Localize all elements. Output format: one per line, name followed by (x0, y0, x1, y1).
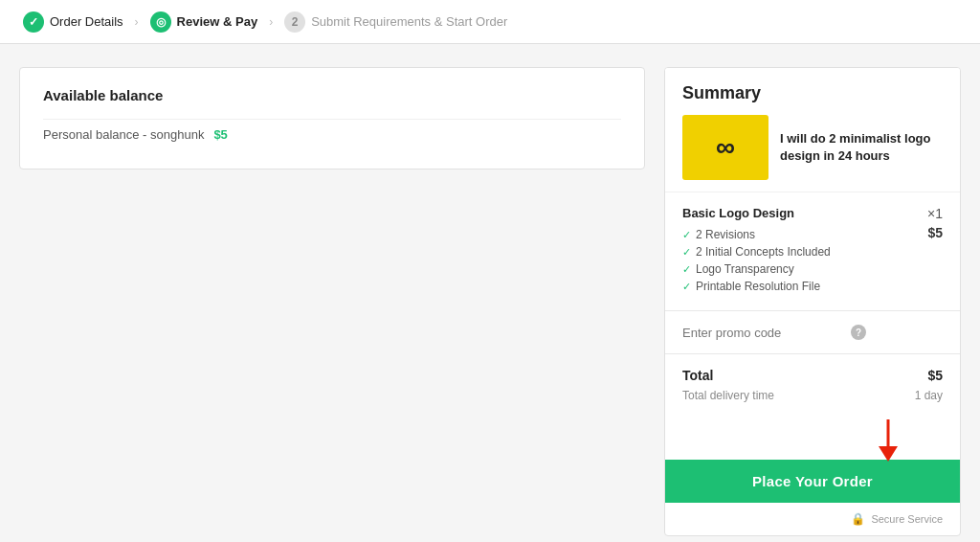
check-icon-3: ✓ (682, 263, 691, 276)
red-arrow-icon (869, 418, 907, 463)
step-order-details[interactable]: ✓ Order Details (23, 11, 123, 33)
delivery-label: Total delivery time (682, 389, 774, 402)
chevron-icon-2: › (269, 15, 273, 29)
gig-thumbnail: ∞ (682, 115, 768, 180)
right-panel: Summary ∞ I will do 2 minimalist logo de… (664, 67, 961, 536)
promo-code-input[interactable] (682, 326, 843, 340)
balance-amount: $5 (213, 127, 227, 142)
total-label: Total (682, 368, 713, 383)
summary-header: Summary ∞ I will do 2 minimalist logo de… (665, 68, 960, 192)
feature-revisions: ✓ 2 Revisions (682, 228, 885, 241)
svg-marker-1 (879, 446, 898, 462)
package-section: Basic Logo Design ✓ 2 Revisions ✓ 2 Init… (665, 192, 960, 311)
feature-transparency: ✓ Logo Transparency (682, 262, 885, 276)
check-icon-2: ✓ (682, 246, 691, 259)
package-price: $5 (927, 225, 943, 240)
security-note: 🔒 Secure Service (665, 503, 960, 535)
infinity-icon: ∞ (716, 132, 735, 163)
feature-concepts: ✓ 2 Initial Concepts Included (682, 245, 885, 259)
step-pending-icon: 2 (284, 11, 305, 33)
order-action-area: Place Your Order (665, 418, 960, 503)
step-submit-label: Submit Requirements & Start Order (311, 14, 507, 29)
delivery-row: Total delivery time 1 day (682, 389, 943, 402)
step-order-details-label: Order Details (50, 14, 123, 29)
feature-resolution: ✓ Printable Resolution File (682, 280, 885, 293)
personal-balance-label: Personal balance - songhunk (43, 127, 204, 142)
package-right-col: ×1 $5 (885, 206, 943, 240)
feature-revisions-label: 2 Revisions (696, 228, 755, 241)
gig-title: I will do 2 minimalist logo design in 24… (780, 130, 943, 165)
summary-title: Summary (682, 83, 943, 103)
chevron-icon-1: › (135, 15, 139, 29)
summary-card: Summary ∞ I will do 2 minimalist logo de… (664, 67, 961, 536)
check-icon-4: ✓ (682, 281, 691, 293)
step-active-icon: ◎ (150, 11, 171, 33)
left-panel: Available balance Personal balance - son… (19, 67, 645, 536)
check-icon-1: ✓ (682, 229, 691, 241)
place-order-button[interactable]: Place Your Order (665, 460, 960, 503)
gig-preview: ∞ I will do 2 minimalist logo design in … (682, 115, 943, 180)
feature-resolution-label: Printable Resolution File (696, 280, 820, 293)
package-name: Basic Logo Design (682, 206, 885, 220)
step-submit-requirements: 2 Submit Requirements & Start Order (284, 11, 507, 33)
total-section: Total $5 Total delivery time 1 day (665, 354, 960, 418)
available-balance-card: Available balance Personal balance - son… (19, 67, 645, 169)
package-row: Basic Logo Design ✓ 2 Revisions ✓ 2 Init… (682, 206, 943, 297)
total-amount: $5 (927, 368, 943, 383)
security-text: Secure Service (871, 513, 943, 525)
promo-help-icon[interactable]: ? (851, 325, 866, 340)
promo-section[interactable]: ? (665, 311, 960, 354)
arrow-area (665, 425, 960, 460)
package-quantity: ×1 (927, 206, 943, 221)
balance-row: Personal balance - songhunk $5 (43, 119, 621, 149)
delivery-value: 1 day (915, 389, 943, 402)
feature-concepts-label: 2 Initial Concepts Included (696, 245, 831, 259)
breadcrumb: ✓ Order Details › ◎ Review & Pay › 2 Sub… (0, 0, 980, 44)
step-review-pay-label: Review & Pay (177, 14, 258, 29)
feature-transparency-label: Logo Transparency (696, 262, 794, 276)
package-features: Basic Logo Design ✓ 2 Revisions ✓ 2 Init… (682, 206, 885, 297)
step-review-pay[interactable]: ◎ Review & Pay (150, 11, 258, 33)
available-balance-title: Available balance (43, 87, 621, 103)
total-row: Total $5 (682, 368, 943, 383)
step-done-icon: ✓ (23, 11, 44, 33)
lock-icon: 🔒 (851, 512, 865, 526)
main-layout: Available balance Personal balance - son… (0, 44, 980, 542)
